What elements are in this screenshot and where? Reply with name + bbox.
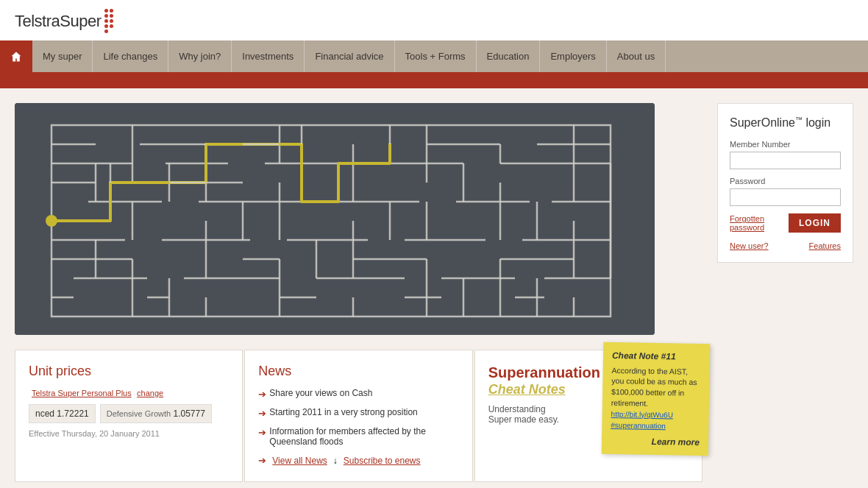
password-label: Password	[730, 177, 841, 185]
news-link-2[interactable]: Starting 2011 in a very strong position	[269, 407, 417, 417]
login-footer: New user? Features	[730, 241, 841, 250]
price-row: nced 1.72221 Defensive Growth 1.05777	[29, 404, 229, 423]
red-banner	[0, 72, 868, 88]
nav-item-life-changes[interactable]: Life changes	[93, 40, 168, 72]
news-title: News	[258, 364, 458, 379]
login-box: SuperOnline™ login Member Number Passwor…	[717, 103, 853, 263]
logo-dot	[104, 19, 108, 23]
sticky-note-text: According to the AIST, you could be as m…	[611, 365, 701, 410]
news-footer: ➔ View all News ↓ Subscribe to enews	[258, 454, 458, 467]
learn-more-link[interactable]: Learn more	[611, 434, 700, 448]
forgot-password-link[interactable]: Forgotten password	[730, 214, 789, 232]
home-icon	[10, 51, 22, 63]
logo-dot	[110, 24, 113, 28]
nav-item-education[interactable]: Education	[477, 40, 541, 72]
login-button[interactable]: LOGIN	[789, 213, 841, 233]
price-box-2: Defensive Growth 1.05777	[100, 404, 212, 423]
news-arrow-icon-2: ➔	[258, 407, 266, 420]
nav-item-investments[interactable]: Investments	[232, 40, 305, 72]
logo: TelstraSuper	[15, 9, 118, 33]
svg-point-55	[46, 215, 57, 227]
unit-prices-title: Unit prices	[29, 364, 229, 379]
news-link-1[interactable]: Share your views on Cash	[269, 388, 372, 398]
logo-dot	[104, 14, 108, 18]
logo-dots	[104, 9, 118, 33]
super-panel: Superannuation Cheat Notes Understanding…	[474, 350, 702, 482]
sticky-note: Cheat Note #11 According to the AIST, yo…	[602, 342, 711, 456]
logo-dot	[110, 19, 113, 23]
nav-item-financial-advice[interactable]: Financial advice	[305, 40, 394, 72]
news-arrow-icon-3: ➔	[258, 426, 266, 439]
login-row: Forgotten password LOGIN	[730, 213, 841, 233]
price-value-1: nced 1.72221	[35, 409, 89, 419]
defensive-growth-label: Defensive Growth	[107, 409, 171, 418]
sticky-note-title: Cheat Note #11	[612, 350, 701, 364]
change-link[interactable]: change	[137, 389, 163, 397]
right-content: SuperOnline™ login Member Number Passwor…	[717, 103, 853, 482]
sticky-note-link[interactable]: http://bit.ly/qtWu6U	[611, 409, 673, 418]
effective-date: Effective Thursday, 20 January 2011	[29, 429, 229, 438]
login-title: SuperOnline™ login	[730, 116, 841, 130]
price-box-1: nced 1.72221	[29, 404, 96, 423]
nav-home-button[interactable]	[0, 40, 32, 72]
news-arrow-icon: ➔	[258, 388, 266, 401]
view-all-link[interactable]: View all News	[272, 456, 327, 466]
nav-item-why-join[interactable]: Why join?	[168, 40, 232, 72]
news-link-3[interactable]: Information for members affected by the …	[269, 426, 458, 447]
news-panel: News ➔ Share your views on Cash ➔ Starti…	[244, 350, 472, 482]
nav-item-about-us[interactable]: About us	[607, 40, 666, 72]
news-item-3: ➔ Information for members affected by th…	[258, 426, 458, 447]
news-item-2: ➔ Starting 2011 in a very strong positio…	[258, 407, 458, 420]
logo-text: TelstraSuper	[15, 12, 102, 31]
view-all-arrow: ➔	[258, 454, 266, 467]
hero-maze	[15, 103, 655, 335]
subscribe-link[interactable]: Subscribe to enews	[344, 456, 421, 466]
nav-item-my-super[interactable]: My super	[32, 40, 93, 72]
news-item-1: ➔ Share your views on Cash	[258, 388, 458, 401]
fund-name: Telstra Super Personal Plus change	[29, 388, 229, 398]
member-number-label: Member Number	[730, 140, 841, 149]
features-link[interactable]: Features	[809, 241, 841, 250]
member-number-input[interactable]	[730, 152, 841, 169]
logo-dot	[104, 24, 108, 28]
nav-item-tools-forms[interactable]: Tools + Forms	[395, 40, 477, 72]
main-content: Unit prices Telstra Super Personal Plus …	[0, 88, 868, 488]
unit-prices-panel: Unit prices Telstra Super Personal Plus …	[15, 350, 243, 482]
logo-dot	[110, 14, 113, 18]
new-user-link[interactable]: New user?	[730, 241, 769, 250]
subscribe-arrow-icon: ↓	[333, 456, 338, 466]
password-input[interactable]	[730, 188, 841, 206]
logo-dot	[104, 29, 108, 33]
logo-dot	[104, 9, 108, 13]
logo-dot	[110, 9, 113, 13]
sticky-note-hashtag: #superannuation	[611, 420, 666, 429]
bottom-section: Unit prices Telstra Super Personal Plus …	[15, 350, 702, 482]
nav-item-employers[interactable]: Employers	[540, 40, 606, 72]
nav: My super Life changes Why join? Investme…	[0, 40, 868, 72]
maze-svg	[15, 103, 655, 335]
header: TelstraSuper	[0, 0, 868, 40]
left-content: Unit prices Telstra Super Personal Plus …	[15, 103, 702, 482]
price-value-2: 1.05777	[174, 409, 205, 419]
